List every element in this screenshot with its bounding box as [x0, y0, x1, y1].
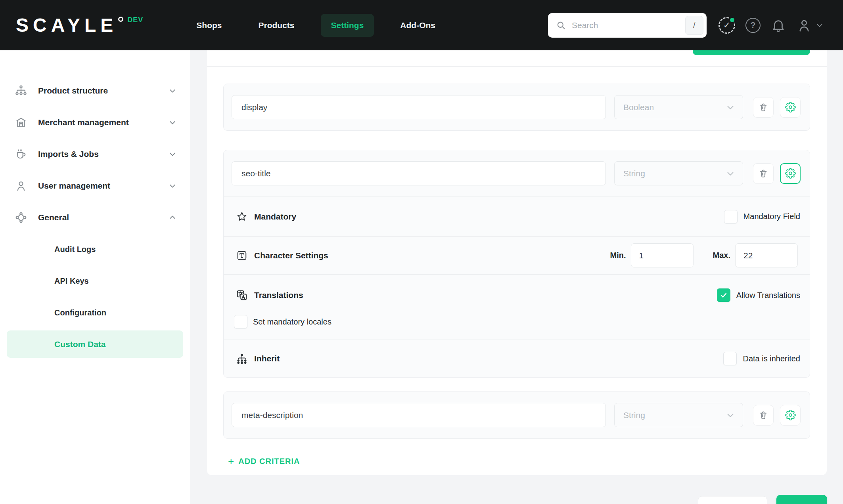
checkbox-label: Set mandatory locales	[253, 317, 331, 326]
criteria-name-input[interactable]	[232, 95, 606, 119]
search-icon	[556, 20, 566, 31]
sidebar-item-label: Imports & Jobs	[38, 149, 168, 159]
store-icon	[15, 116, 27, 129]
nav-add-ons[interactable]: Add-Ons	[390, 14, 446, 37]
right-gutter	[827, 50, 843, 504]
chevron-down-icon	[168, 149, 177, 159]
footer-primary-button-clipped[interactable]	[776, 495, 827, 504]
account-menu[interactable]	[796, 17, 824, 33]
chevron-down-icon	[815, 21, 824, 30]
gear-icon	[785, 410, 796, 420]
sidebar-item-user-management[interactable]: User management	[0, 170, 190, 202]
delete-criteria-button[interactable]	[753, 97, 774, 118]
criteria-type-select[interactable]: Boolean	[614, 95, 743, 119]
criteria-settings-button-active[interactable]	[780, 163, 801, 184]
checkbox-checked[interactable]	[717, 288, 730, 302]
sidebar-item-merchant-management[interactable]: Merchant management	[0, 107, 190, 138]
check-icon	[719, 291, 728, 300]
checkbox-unchecked[interactable]	[723, 352, 737, 365]
criteria-type-value: String	[623, 169, 645, 178]
checkbox-unchecked[interactable]	[724, 210, 738, 223]
settings-sidebar: Product structure Merchant management Im…	[0, 50, 190, 504]
plus-icon: +	[228, 456, 234, 466]
sidebar-item-label: Product structure	[38, 86, 168, 95]
footer-secondary-button-clipped[interactable]	[698, 496, 767, 504]
criteria-name-input[interactable]	[232, 403, 606, 427]
status-progress-icon[interactable]: ✓	[718, 17, 735, 34]
criteria-settings-button[interactable]	[780, 405, 801, 426]
save-button-clipped[interactable]	[693, 50, 810, 55]
nav-shops[interactable]: Shops	[186, 14, 232, 37]
add-criteria-button[interactable]: + ADD CRITERIA	[228, 456, 300, 466]
criteria-name-input[interactable]	[232, 161, 606, 185]
main-column: Boolean String	[207, 50, 827, 504]
notifications-bell-icon[interactable]	[771, 18, 786, 33]
criteria-type-value: String	[623, 410, 645, 420]
header-right: / ✓ ?	[548, 13, 824, 38]
sidebar-item-audit-logs[interactable]: Audit Logs	[0, 233, 190, 265]
chevron-down-icon	[168, 118, 177, 127]
delete-criteria-button[interactable]	[753, 405, 774, 426]
character-settings-section: Character Settings Min. Max.	[224, 236, 810, 274]
delete-criteria-button[interactable]	[753, 163, 774, 184]
checkbox-label: Mandatory Field	[743, 212, 800, 221]
criteria-settings-button[interactable]	[780, 97, 801, 118]
gear-icon	[785, 168, 796, 179]
star-icon	[236, 211, 248, 223]
allow-translations-checkbox-group[interactable]: Allow Translations	[717, 288, 800, 302]
sidebar-gutter	[190, 50, 207, 504]
min-label: Min.	[610, 251, 626, 260]
data-inherited-checkbox-group[interactable]: Data is inherited	[723, 352, 800, 365]
scayle-logo[interactable]: SCAYLE DEV	[16, 16, 143, 35]
criteria-type-value: Boolean	[623, 103, 654, 112]
translations-section: Translations Allow Translations Set mand…	[224, 274, 810, 340]
chevron-down-icon	[725, 410, 736, 420]
sidebar-item-configuration[interactable]: Configuration	[0, 297, 190, 328]
nav-products[interactable]: Products	[248, 14, 305, 37]
criteria-card-seo-title: String Mandatory	[223, 150, 810, 378]
coffee-cup-icon	[15, 148, 27, 160]
account-icon	[796, 17, 812, 33]
sidebar-item-custom-data[interactable]: Custom Data	[7, 330, 183, 358]
trash-icon	[758, 102, 768, 113]
max-label: Max.	[713, 251, 730, 260]
search-input[interactable]	[572, 21, 685, 30]
section-title: Inherit	[254, 354, 280, 363]
sidebar-item-product-structure[interactable]: Product structure	[0, 75, 190, 107]
criteria-row: String	[224, 150, 810, 197]
nodes-icon	[15, 211, 27, 224]
sidebar-item-general[interactable]: General	[0, 202, 190, 233]
custom-data-panel: Boolean String	[207, 50, 827, 475]
user-icon	[15, 179, 27, 192]
section-title: Mandatory	[254, 212, 296, 221]
status-green-dot	[729, 17, 736, 23]
checkbox-label: Allow Translations	[736, 291, 800, 300]
chevron-down-icon	[168, 86, 177, 95]
min-input[interactable]	[631, 243, 694, 267]
sidebar-item-api-keys[interactable]: API Keys	[0, 265, 190, 297]
logo-text: SCAYLE	[16, 16, 117, 35]
sidebar-item-imports-jobs[interactable]: Imports & Jobs	[0, 138, 190, 170]
max-input[interactable]	[735, 243, 798, 267]
translate-icon	[236, 289, 248, 301]
text-format-icon	[236, 250, 248, 262]
section-title: Character Settings	[254, 251, 328, 260]
criteria-type-select[interactable]: String	[614, 161, 743, 185]
global-search[interactable]: /	[548, 13, 707, 38]
mandatory-locales-checkbox-group[interactable]: Set mandatory locales	[234, 315, 800, 328]
checkbox-unchecked[interactable]	[234, 315, 247, 328]
nav-settings[interactable]: Settings	[321, 14, 374, 37]
sidebar-item-label: General	[38, 213, 168, 222]
main-nav: Shops Products Settings Add-Ons	[186, 14, 446, 37]
mandatory-field-checkbox-group[interactable]: Mandatory Field	[724, 210, 800, 223]
logo-circle-mark	[118, 17, 123, 22]
chevron-up-icon	[168, 213, 177, 222]
app-body: Product structure Merchant management Im…	[0, 50, 843, 504]
criteria-type-select[interactable]: String	[614, 403, 743, 427]
help-icon[interactable]: ?	[745, 18, 761, 33]
header-icon-cluster: ✓ ?	[718, 17, 824, 34]
criteria-card-meta-description: String	[223, 391, 810, 439]
chevron-down-icon	[725, 102, 736, 113]
footer-strip	[207, 475, 827, 504]
gear-icon	[785, 102, 796, 113]
